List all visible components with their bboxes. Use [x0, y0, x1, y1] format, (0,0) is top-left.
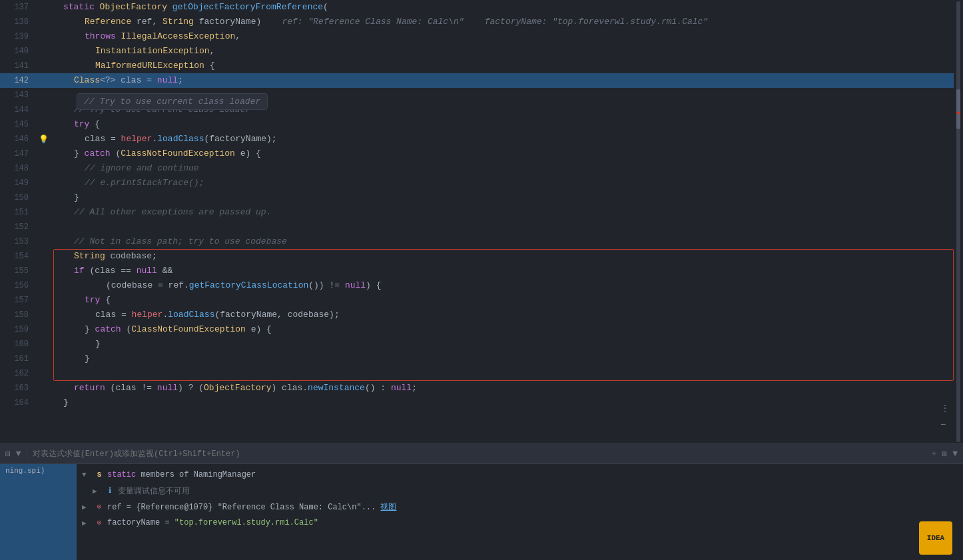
code-token: String [74, 251, 111, 261]
line-gutter [37, 381, 50, 396]
layout-icon[interactable]: ⊞ [942, 449, 947, 459]
code-token: <?> [100, 75, 121, 85]
code-token: null [345, 280, 366, 290]
code-token: ) clas. [271, 383, 308, 393]
code-line: 158clas = helper.loadClass(factoryName, … [0, 308, 963, 322]
code-token: null [157, 383, 178, 393]
scrollbar-thumb[interactable] [956, 89, 960, 129]
code-token: ObjectFactory [100, 2, 172, 12]
code-token: factoryName) [199, 17, 262, 27]
tree-row[interactable]: ▶⊙factoryName = "top.foreverwl.study.rmi… [77, 515, 963, 531]
code-token: } [74, 148, 85, 158]
tree-row[interactable]: ▼Sstatic members of NamingManager [77, 467, 963, 483]
code-token: null [391, 383, 412, 393]
code-token: e) { [251, 324, 272, 334]
code-token: String [162, 17, 199, 27]
line-gutter [37, 322, 50, 337]
more-options-icon[interactable]: ⋮ [940, 403, 950, 414]
tree-arrow-icon[interactable]: ▼ [82, 471, 91, 479]
code-token: getFactoryClassLocation [189, 280, 308, 290]
line-number: 160 [0, 337, 37, 352]
code-line: 144// Try to use current class loader [0, 103, 963, 117]
scrollbar-track[interactable] [956, 1, 960, 442]
line-number: 154 [0, 249, 37, 264]
line-gutter [37, 337, 50, 352]
code-token: if [74, 266, 89, 276]
code-line: 160} [0, 337, 963, 352]
line-number: 161 [0, 352, 37, 366]
code-token: // All other exceptions are passed up. [74, 207, 271, 217]
code-token: ObjectFactory [204, 383, 271, 393]
code-token: } [74, 192, 79, 202]
line-gutter [37, 59, 50, 73]
code-line: 161} [0, 352, 963, 366]
code-token: newInstance [308, 383, 365, 393]
line-content: } [50, 190, 963, 205]
code-line: 151// All other exceptions are passed up… [0, 205, 963, 220]
line-content [50, 366, 963, 381]
line-gutter [37, 396, 50, 410]
code-token: ; [178, 75, 183, 85]
ide-badge: IDEA [919, 521, 952, 555]
inline-hint: ref: "Reference Class Name: Calc\n" fact… [261, 17, 708, 27]
line-content: throws IllegalAccessException, [50, 29, 963, 44]
tree-arrow-icon[interactable]: ▶ [82, 503, 91, 511]
code-line: 138Reference ref, String factoryName) re… [0, 15, 963, 29]
add-watch-icon[interactable]: + [932, 449, 937, 459]
expand-icon[interactable]: ▼ [16, 449, 21, 459]
code-token: null [157, 75, 178, 85]
tree-area[interactable]: ▼Sstatic members of NamingManager▶ℹ变量调试信… [77, 464, 963, 560]
code-token: ; [412, 383, 417, 393]
tree-item-label: factoryName = "top.foreverwl.study.rmi.C… [107, 518, 318, 527]
bulb-icon[interactable]: 💡 [39, 135, 49, 144]
line-number: 162 [0, 366, 37, 381]
code-token: { [210, 61, 215, 71]
tree-item-icon: ℹ [105, 486, 115, 495]
code-line: 146💡clas = helper.loadClass(factoryName)… [0, 132, 963, 146]
code-token: clas = [85, 134, 121, 144]
code-token: return [74, 383, 111, 393]
eval-input[interactable] [33, 449, 926, 459]
code-scroll[interactable]: 137static ObjectFactory getObjectFactory… [0, 0, 963, 443]
line-number: 149 [0, 176, 37, 190]
code-line: 156(codebase = ref.getFactoryClassLocati… [0, 278, 963, 293]
line-number: 141 [0, 59, 37, 73]
code-token: , [210, 46, 215, 56]
code-token: && [162, 266, 173, 276]
code-token: try [74, 119, 95, 129]
code-token: ref, [137, 17, 162, 27]
code-token: ( [323, 2, 328, 12]
code-token: // Not in class path; try to use codebas… [74, 236, 287, 246]
code-line: 137static ObjectFactory getObjectFactory… [0, 0, 963, 15]
side-tab[interactable]: ning.spi) [0, 464, 77, 560]
tree-arrow-icon[interactable]: ▶ [93, 487, 102, 495]
code-token: // e.printStackTrace(); [85, 178, 204, 188]
line-gutter [37, 190, 50, 205]
toolbar-divider [27, 449, 27, 459]
tree-row[interactable]: ▶ℹ变量调试信息不可用 [77, 483, 963, 499]
code-token: helper [121, 134, 153, 144]
code-token: // ignore and continue [85, 163, 199, 173]
line-gutter [37, 73, 50, 88]
line-number: 159 [0, 322, 37, 337]
line-gutter [37, 205, 50, 220]
scroll-error-indicator [956, 112, 960, 114]
line-content: // ignore and continue [50, 161, 963, 176]
tree-row[interactable]: ▶⊙ref = {Reference@1070} "Reference Clas… [77, 499, 963, 515]
code-token: ) { [366, 280, 381, 290]
code-token: , [235, 31, 240, 41]
line-gutter [37, 220, 50, 234]
filter-icon[interactable]: ⊟ [5, 449, 11, 459]
tree-item-icon: S [94, 470, 105, 479]
line-content: } [50, 396, 963, 410]
line-gutter [37, 117, 50, 132]
line-gutter [37, 103, 50, 117]
line-gutter [37, 293, 50, 308]
minus-icon[interactable]: − [940, 420, 950, 430]
close-panel-icon[interactable]: ▼ [952, 449, 958, 459]
code-token: } [95, 339, 101, 349]
tree-arrow-icon[interactable]: ▶ [82, 519, 91, 527]
line-content: (codebase = ref.getFactoryClassLocation(… [50, 278, 963, 293]
scrollbar-right[interactable] [954, 0, 963, 443]
code-line: 140InstantiationException, [0, 44, 963, 59]
